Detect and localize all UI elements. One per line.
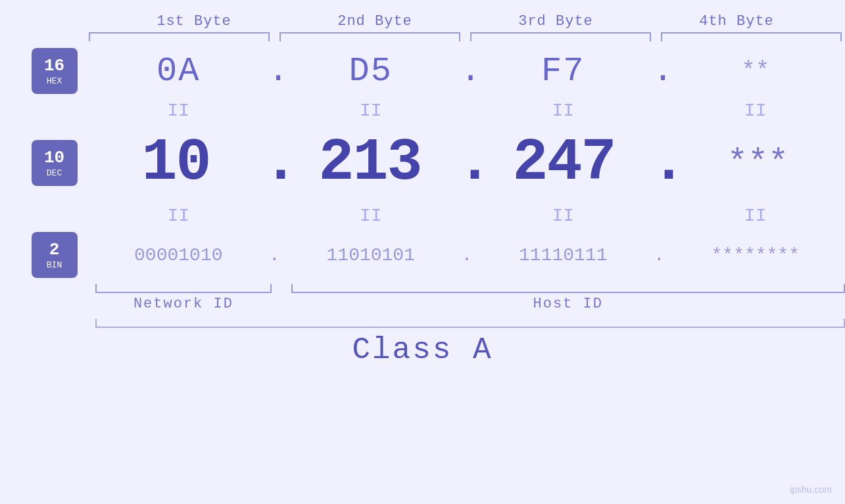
dec-data-row: 10 . 213 . 247 . ***: [89, 124, 845, 202]
byte-headers-row: 1st Byte 2nd Byte 3rd Byte 4th Byte: [0, 0, 845, 30]
eq2-col3: II: [473, 206, 653, 226]
main-container: 1st Byte 2nd Byte 3rd Byte 4th Byte 16 H…: [0, 0, 845, 504]
equals-row-1: II II II II: [89, 97, 845, 124]
bin-badge-row: 2 BIN: [32, 229, 78, 281]
dec-badge-number: 10: [44, 148, 64, 168]
full-width-bracket: [95, 319, 845, 328]
bin-badge-label: BIN: [47, 260, 62, 270]
eq1-col3: II: [473, 101, 653, 121]
eq1-col2: II: [281, 101, 460, 121]
hex-badge-number: 16: [44, 56, 64, 76]
bin-col3: 11110111: [473, 245, 653, 265]
bin-dot1: .: [268, 245, 281, 265]
hex-col2: D5: [281, 52, 461, 91]
class-label: Class A: [352, 333, 493, 367]
bin-data-row: 00001010 . 11010101 . 11110111 . *******…: [89, 229, 845, 281]
dec-dot2: .: [457, 129, 477, 196]
bin-col2: 11010101: [281, 245, 461, 265]
eq2-col2: II: [281, 206, 460, 226]
byte-header-4: 4th Byte: [646, 13, 827, 30]
dec-col2: 213: [283, 129, 457, 196]
data-rows: 0A . D5 . F7 . ** II II II II 10: [89, 45, 845, 281]
host-id-label: Host ID: [291, 296, 845, 312]
bracket-1: [89, 32, 270, 41]
dec-badge-row: 10 DEC: [32, 124, 78, 202]
bin-dot2: .: [460, 245, 473, 265]
hex-dot1: .: [268, 52, 281, 91]
bin-badge-number: 2: [49, 240, 60, 260]
bracket-2: [279, 32, 460, 41]
dec-col3: 247: [477, 129, 651, 196]
dec-badge: 10 DEC: [32, 140, 78, 186]
full-bracket-container: [0, 319, 845, 328]
hex-dot3: .: [653, 52, 666, 91]
dec-dot1: .: [263, 129, 283, 196]
hex-col4: **: [666, 58, 846, 85]
bin-col4: ********: [666, 245, 846, 265]
byte-header-1: 1st Byte: [104, 13, 285, 30]
dec-badge-label: DEC: [47, 168, 62, 178]
bin-dot3: .: [653, 245, 666, 265]
hex-badge-row: 16 HEX: [32, 45, 78, 97]
hex-badge: 16 HEX: [32, 48, 78, 94]
top-bracket-row: [0, 32, 845, 41]
dec-dot3: .: [651, 129, 671, 196]
hex-dot2: .: [460, 52, 473, 91]
eq1-col1: II: [89, 101, 268, 121]
bin-badge: 2 BIN: [32, 232, 78, 278]
eq2-col1: II: [89, 206, 268, 226]
byte-header-3: 3rd Byte: [466, 13, 646, 30]
equals-row-2: II II II II: [89, 202, 845, 229]
eq2-col4: II: [665, 206, 845, 226]
bracket-3: [470, 32, 651, 41]
network-bracket: [95, 284, 272, 293]
watermark: ipshu.com: [790, 484, 832, 495]
bottom-bracket-row: [0, 284, 845, 293]
bin-col1: 00001010: [89, 245, 268, 265]
network-id-label: Network ID: [95, 296, 272, 312]
dec-col4: ***: [671, 144, 845, 183]
hex-badge-label: HEX: [47, 76, 62, 86]
class-row: Class A: [0, 333, 845, 367]
dec-col1: 10: [89, 129, 263, 196]
bracket-4: [661, 32, 842, 41]
badges-column: 16 HEX 10 DEC 2 BIN: [20, 45, 89, 281]
host-bracket: [291, 284, 845, 293]
hex-data-row: 0A . D5 . F7 . **: [89, 45, 845, 97]
network-host-labels: Network ID Host ID: [0, 296, 845, 312]
eq1-col4: II: [665, 101, 845, 121]
hex-col3: F7: [473, 52, 653, 91]
byte-header-2: 2nd Byte: [285, 13, 466, 30]
hex-col1: 0A: [89, 52, 268, 91]
